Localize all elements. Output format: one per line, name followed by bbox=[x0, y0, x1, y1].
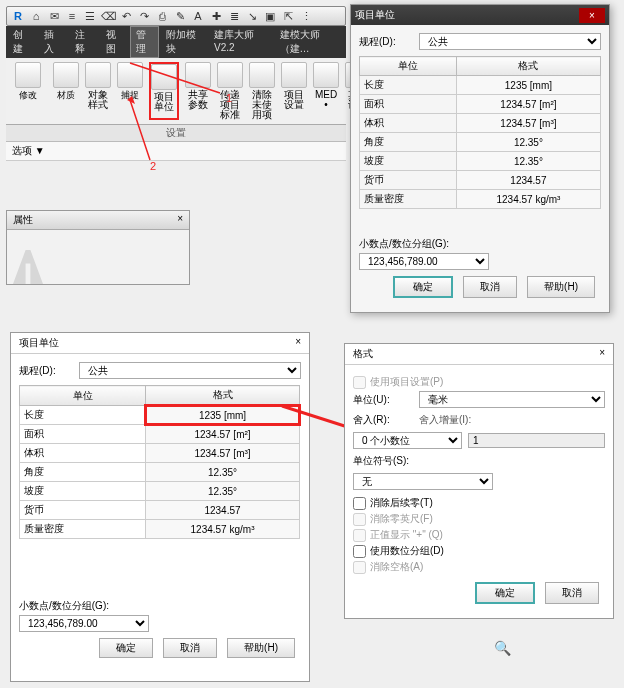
qat-icon[interactable]: ⎙ bbox=[155, 9, 169, 23]
symbol-label: 单位符号(S): bbox=[353, 454, 419, 468]
properties-panel: 属性× bbox=[6, 210, 190, 285]
qat-icon[interactable]: ↶ bbox=[119, 9, 133, 23]
qat-icon[interactable]: ≣ bbox=[227, 9, 241, 23]
tab-view[interactable]: 视图 bbox=[99, 26, 130, 58]
help-button[interactable]: 帮助(H) bbox=[527, 276, 595, 298]
cancel-button[interactable]: 取消 bbox=[545, 582, 599, 604]
table-row[interactable]: 角度12.35° bbox=[20, 463, 300, 482]
digit-group-checkbox[interactable] bbox=[353, 545, 366, 558]
tab-lib[interactable]: 建库大师V2.2 bbox=[207, 26, 273, 58]
ok-button[interactable]: 确定 bbox=[99, 638, 153, 658]
annot-1: 1 bbox=[226, 92, 232, 104]
qat-icon[interactable]: ↘ bbox=[245, 9, 259, 23]
table-row[interactable]: 角度12.35° bbox=[360, 133, 601, 152]
group-label: 小数点/数位分组(G): bbox=[19, 599, 301, 613]
discipline-label: 规程(D): bbox=[19, 364, 79, 378]
help-button[interactable]: 帮助(H) bbox=[227, 638, 295, 658]
tab-annotate[interactable]: 注释 bbox=[68, 26, 99, 58]
qat-icon[interactable]: ⋮ bbox=[299, 9, 313, 23]
snaps-button[interactable]: 捕捉 bbox=[117, 62, 143, 120]
shared-params-button[interactable]: 共享参数 bbox=[185, 62, 211, 120]
qat-icon[interactable]: ⌫ bbox=[101, 9, 115, 23]
group-select[interactable]: 123,456,789.00 bbox=[359, 253, 489, 270]
tab-addins[interactable]: 附加模块 bbox=[159, 26, 207, 58]
round-select[interactable]: 0 个小数位 bbox=[353, 432, 462, 449]
qat-icon[interactable]: ▣ bbox=[263, 9, 277, 23]
units-table: 单位格式 长度1235 [mm] 面积1234.57 [m²] 体积1234.5… bbox=[19, 385, 301, 539]
ribbon-tabs: 创建 插入 注释 视图 管理 附加模块 建库大师V2.2 建模大师（建… bbox=[6, 26, 346, 58]
proj-settings-button[interactable]: 项目设置 bbox=[281, 62, 307, 120]
properties-close-icon[interactable]: × bbox=[177, 213, 183, 227]
ok-button[interactable]: 确定 bbox=[475, 582, 535, 604]
qat-icon[interactable]: ⌂ bbox=[29, 9, 43, 23]
materials-button[interactable]: 材质 bbox=[53, 62, 79, 120]
group-select[interactable]: 123,456,789.00 bbox=[19, 615, 149, 632]
qat-icon[interactable]: A bbox=[191, 9, 205, 23]
col-format: 格式 bbox=[456, 57, 600, 76]
table-row[interactable]: 坡度12.35° bbox=[360, 152, 601, 171]
qat-icon[interactable]: ✚ bbox=[209, 9, 223, 23]
project-units-button[interactable]: 项目单位 bbox=[149, 62, 179, 120]
close-icon[interactable]: × bbox=[599, 347, 605, 361]
quick-access-toolbar[interactable]: R ⌂ ✉ ≡ ☰ ⌫ ↶ ↷ ⎙ ✎ A ✚ ≣ ↘ ▣ ⇱ ⋮ bbox=[6, 6, 346, 26]
discipline-select[interactable]: 公共 bbox=[79, 362, 301, 379]
ribbon-panel: 修改 材质 对象样式 捕捉 项目单位 共享参数 传递项目标准 清除未使用项 项目… bbox=[6, 58, 346, 125]
unit-select[interactable]: 毫米 bbox=[419, 391, 605, 408]
ok-button[interactable]: 确定 bbox=[393, 276, 453, 298]
show-plus-checkbox bbox=[353, 529, 366, 542]
table-row[interactable]: 面积1234.57 [m²] bbox=[20, 425, 300, 444]
cancel-button[interactable]: 取消 bbox=[463, 276, 517, 298]
annot-2: 2 bbox=[150, 160, 156, 172]
round-label: 舍入(R): bbox=[353, 413, 419, 427]
col-unit: 单位 bbox=[20, 386, 146, 406]
table-row[interactable]: 货币1234.57 bbox=[360, 171, 601, 190]
suppress-trailing-checkbox[interactable] bbox=[353, 497, 366, 510]
dlg1-close-icon[interactable]: × bbox=[579, 8, 605, 23]
table-row[interactable]: 坡度12.35° bbox=[20, 482, 300, 501]
table-row[interactable]: 长度1235 [mm] bbox=[20, 406, 300, 425]
qat-icon[interactable]: ✉ bbox=[47, 9, 61, 23]
table-row[interactable]: 质量密度1234.57 kg/m³ bbox=[360, 190, 601, 209]
round-inc-label: 舍入增量(I): bbox=[419, 413, 605, 427]
panel-name: 设置 bbox=[166, 127, 186, 138]
med-button[interactable]: MED• bbox=[313, 62, 339, 120]
table-row[interactable]: 面积1234.57 [m²] bbox=[360, 95, 601, 114]
tab-insert[interactable]: 插入 bbox=[37, 26, 68, 58]
qat-icon[interactable]: ↷ bbox=[137, 9, 151, 23]
tab-manage[interactable]: 管理 bbox=[130, 26, 159, 58]
qat-icon[interactable]: ✎ bbox=[173, 9, 187, 23]
qat-icon[interactable]: ⇱ bbox=[281, 9, 295, 23]
col-format: 格式 bbox=[146, 386, 300, 406]
dlg2-title: 项目单位 bbox=[19, 336, 59, 350]
filter-select[interactable]: 选项 ▼ bbox=[12, 144, 45, 158]
table-row[interactable]: 货币1234.57 bbox=[20, 501, 300, 520]
units-table: 单位格式 长度1235 [mm] 面积1234.57 [m²] 体积1234.5… bbox=[359, 56, 601, 209]
table-row[interactable]: 体积1234.57 [m³] bbox=[20, 444, 300, 463]
project-units-dialog: 项目单位× 规程(D): 公共 单位格式 长度1235 [mm] 面积1234.… bbox=[10, 332, 310, 682]
qat-icon[interactable]: ≡ bbox=[65, 9, 79, 23]
app-icon[interactable]: R bbox=[11, 9, 25, 23]
format-dialog: 格式× 使用项目设置(P) 单位(U): 毫米 舍入(R): 舍入增量(I): … bbox=[344, 343, 614, 619]
round-inc-input bbox=[468, 433, 605, 448]
table-row[interactable]: 体积1234.57 [m³] bbox=[360, 114, 601, 133]
magnifier-icon: 🔍 bbox=[494, 640, 511, 656]
symbol-select[interactable]: 无 bbox=[353, 473, 493, 490]
object-styles-button[interactable]: 对象样式 bbox=[85, 62, 111, 120]
properties-preview bbox=[7, 230, 189, 284]
properties-title: 属性 bbox=[13, 213, 33, 227]
qat-icon[interactable]: ☰ bbox=[83, 9, 97, 23]
tab-modeler[interactable]: 建模大师（建… bbox=[273, 26, 347, 58]
modify-button[interactable]: 修改 bbox=[15, 62, 41, 120]
discipline-select[interactable]: 公共 bbox=[419, 33, 601, 50]
col-unit: 单位 bbox=[360, 57, 457, 76]
cancel-button[interactable]: 取消 bbox=[163, 638, 217, 658]
length-format-cell: 1235 [mm] bbox=[146, 406, 300, 425]
purge-button[interactable]: 清除未使用项 bbox=[249, 62, 275, 120]
tab-create[interactable]: 创建 bbox=[6, 26, 37, 58]
close-icon[interactable]: × bbox=[295, 336, 301, 350]
table-row[interactable]: 质量密度1234.57 kg/m³ bbox=[20, 520, 300, 539]
table-row[interactable]: 长度1235 [mm] bbox=[360, 76, 601, 95]
project-units-dialog-small: 项目单位× 规程(D): 公共 单位格式 长度1235 [mm] 面积1234.… bbox=[350, 4, 610, 313]
use-project-checkbox bbox=[353, 376, 366, 389]
transfer-button[interactable]: 传递项目标准 bbox=[217, 62, 243, 120]
